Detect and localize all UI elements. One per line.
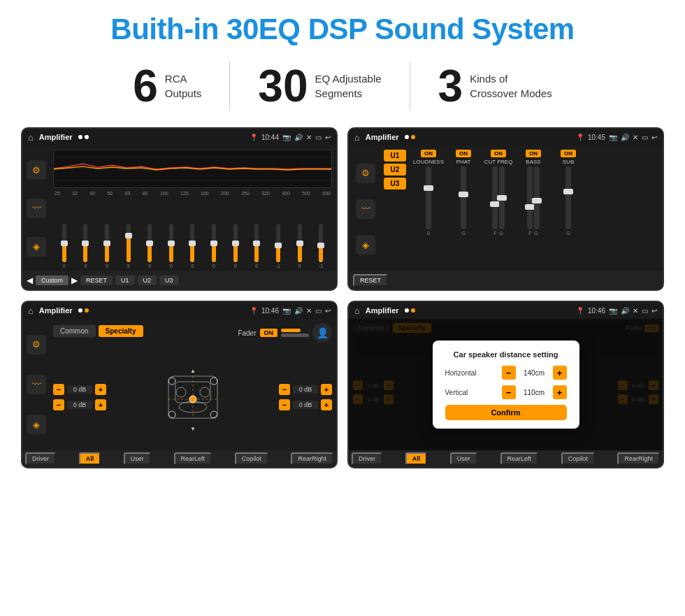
fader-sidebar-btn-2[interactable]: 〰 xyxy=(27,375,46,394)
xover-reset-btn[interactable]: RESET xyxy=(353,274,388,287)
eq-screen-card: ⌂ Amplifier 📍 10:44 📷 🔊 ✕ ▭ ↩ ⚙ 〰 ◈ xyxy=(21,127,338,291)
vol-val-3: 0 dB xyxy=(293,385,318,394)
dialog-copilot-btn[interactable]: Copilot xyxy=(561,452,595,465)
vol-minus-4[interactable]: − xyxy=(279,399,290,410)
eq-slider-11[interactable]: -1 xyxy=(268,224,288,268)
vol-plus-4[interactable]: + xyxy=(321,399,332,410)
xover-preset-u1[interactable]: U1 xyxy=(384,150,406,162)
eq-slider-10[interactable]: 0 xyxy=(247,224,266,268)
dialog-vertical-plus[interactable]: + xyxy=(553,385,567,399)
eq-back-icon[interactable]: ↩ xyxy=(325,134,331,141)
vol-plus-1[interactable]: + xyxy=(95,384,106,395)
eq-close-icon[interactable]: ✕ xyxy=(306,134,312,141)
eq-sidebar-btn-1[interactable]: ⚙ xyxy=(27,160,46,180)
eq-u3-btn[interactable]: U3 xyxy=(159,275,179,285)
xover-home-icon[interactable]: ⌂ xyxy=(354,132,360,143)
xover-cam-icon: 📷 xyxy=(609,134,617,141)
eq-prev-btn[interactable]: ◀ xyxy=(27,275,33,285)
eq-slider-8[interactable]: 0 xyxy=(204,224,224,268)
eq-sidebar-btn-3[interactable]: ◈ xyxy=(27,237,46,257)
xover-close-icon[interactable]: ✕ xyxy=(633,134,638,141)
eq-sidebar-btn-2[interactable]: 〰 xyxy=(27,199,46,218)
dialog-confirm-button[interactable]: Confirm xyxy=(445,405,567,420)
dialog-horizontal-minus[interactable]: − xyxy=(502,366,516,380)
xover-status-dots xyxy=(405,135,415,139)
dialog-horizontal-plus[interactable]: + xyxy=(553,366,567,380)
eq-slider-13[interactable]: -1 xyxy=(311,224,331,268)
xover-sidebar-btn-3[interactable]: ◈ xyxy=(356,235,375,255)
eq-custom-btn[interactable]: Custom xyxy=(36,275,68,285)
xover-loudness-slider[interactable] xyxy=(426,166,431,229)
fader-rearright-btn[interactable]: RearRight xyxy=(291,452,333,465)
vol-plus-2[interactable]: + xyxy=(95,399,106,410)
eq-slider-2[interactable]: 0 xyxy=(76,224,96,268)
eq-slider-3[interactable]: 0 xyxy=(97,224,117,268)
stat-crossover-number: 3 xyxy=(438,64,463,108)
xover-cutfreq-g-slider[interactable] xyxy=(499,166,505,229)
xover-phat-slider[interactable] xyxy=(461,166,466,229)
xover-preset-u3[interactable]: U3 xyxy=(384,178,406,189)
eq-home-icon[interactable]: ⌂ xyxy=(28,132,34,143)
fader-copilot-btn[interactable]: Copilot xyxy=(235,452,268,465)
fader-settings-icon[interactable]: 👤 xyxy=(312,323,332,343)
xover-loudness-on[interactable]: ON xyxy=(421,150,436,157)
dialog-box: Car speaker distance setting Horizontal … xyxy=(433,341,579,429)
eq-slider-4[interactable]: 5 xyxy=(119,224,138,268)
dialog-minimize-icon[interactable]: ▭ xyxy=(642,307,648,315)
fader-home-icon[interactable]: ⌂ xyxy=(28,306,34,316)
xover-bass-g-slider[interactable] xyxy=(534,166,540,229)
fader-user-btn[interactable]: User xyxy=(124,452,151,465)
vol-minus-1[interactable]: − xyxy=(53,384,64,395)
dialog-close-icon[interactable]: ✕ xyxy=(633,307,638,315)
fader-on-badge[interactable]: ON xyxy=(260,329,278,337)
xover-sidebar-btn-1[interactable]: ⚙ xyxy=(356,164,375,183)
xover-cutfreq-on[interactable]: ON xyxy=(491,150,506,157)
xover-minimize-icon[interactable]: ▭ xyxy=(642,134,648,141)
eq-freq-500: 500 xyxy=(302,191,310,196)
eq-slider-5[interactable]: 0 xyxy=(140,224,159,268)
dialog-user-btn[interactable]: User xyxy=(450,452,477,465)
eq-next-btn[interactable]: ▶ xyxy=(71,275,78,285)
eq-u2-btn[interactable]: U2 xyxy=(138,275,157,285)
xover-preset-u2[interactable]: U2 xyxy=(384,164,406,176)
eq-slider-6[interactable]: 0 xyxy=(161,224,181,268)
dialog-home-icon[interactable]: ⌂ xyxy=(354,306,360,316)
xover-bass-on[interactable]: ON xyxy=(526,150,541,157)
fader-rearleft-btn[interactable]: RearLeft xyxy=(174,452,212,465)
fader-sidebar-btn-3[interactable]: ◈ xyxy=(27,415,46,434)
eq-minimize-icon[interactable]: ▭ xyxy=(315,134,322,141)
xover-phat-on[interactable]: ON xyxy=(456,150,471,157)
xover-sub-slider[interactable] xyxy=(565,166,571,229)
xover-sub-on[interactable]: ON xyxy=(561,150,576,157)
dialog-rearright-btn[interactable]: RearRight xyxy=(617,452,660,465)
dialog-back-icon[interactable]: ↩ xyxy=(651,307,657,315)
fader-driver-btn[interactable]: Driver xyxy=(25,452,56,465)
eq-slider-7[interactable]: 0 xyxy=(183,224,203,268)
fader-back-icon[interactable]: ↩ xyxy=(325,307,331,315)
fader-minimize-icon[interactable]: ▭ xyxy=(315,307,322,315)
eq-slider-12[interactable]: 0 xyxy=(290,224,310,268)
xover-sidebar-btn-2[interactable]: 〰 xyxy=(356,199,375,219)
dialog-vertical-row: Vertical − 110cm + xyxy=(445,385,567,399)
dialog-vertical-minus[interactable]: − xyxy=(502,385,516,399)
fader-tab-common[interactable]: Common xyxy=(53,325,96,337)
eq-reset-btn[interactable]: RESET xyxy=(80,275,113,285)
vol-minus-3[interactable]: − xyxy=(279,384,290,395)
fader-close-icon[interactable]: ✕ xyxy=(306,307,312,315)
stat-eq: 30 EQ Adjustable Segments xyxy=(230,64,409,108)
dialog-all-btn[interactable]: All xyxy=(405,452,428,465)
vol-minus-2[interactable]: − xyxy=(53,399,64,410)
xover-back-icon[interactable]: ↩ xyxy=(651,134,657,141)
eq-slider-1[interactable]: 0 xyxy=(55,224,74,268)
dialog-screen-body: Common Specialty Fader ON − 0 dB + xyxy=(349,319,663,450)
dialog-driver-btn[interactable]: Driver xyxy=(352,452,382,465)
fader-tab-specialty[interactable]: Specialty xyxy=(99,325,143,337)
fader-all-btn[interactable]: All xyxy=(79,452,101,465)
vol-plus-3[interactable]: + xyxy=(321,384,332,395)
eq-slider-9[interactable]: 0 xyxy=(226,224,245,268)
dialog-rearleft-btn[interactable]: RearLeft xyxy=(500,452,539,465)
vol-val-4: 0 dB xyxy=(293,401,318,409)
eq-freq-63: 63 xyxy=(125,191,131,196)
eq-u1-btn[interactable]: U1 xyxy=(115,275,135,285)
fader-sidebar-btn-1[interactable]: ⚙ xyxy=(27,335,46,354)
